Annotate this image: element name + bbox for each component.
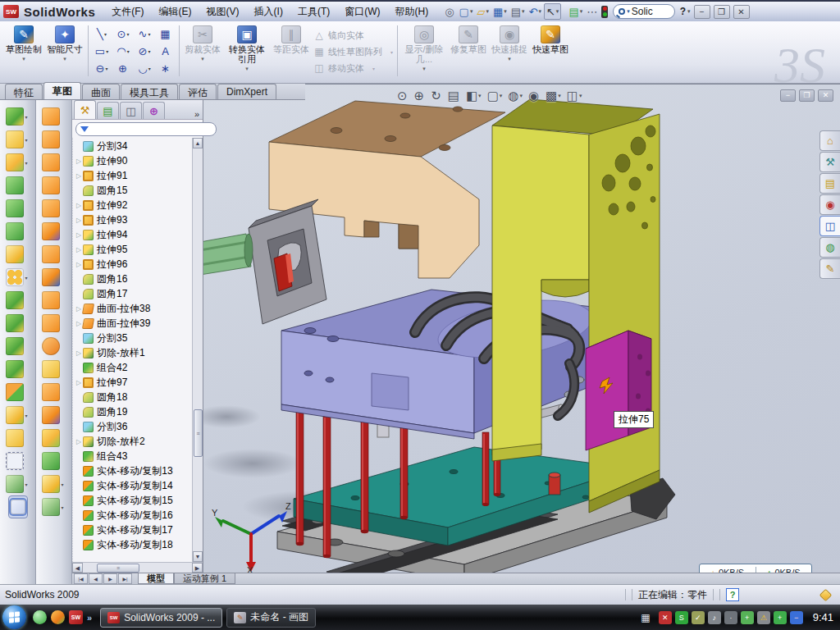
chevron-down-icon[interactable]: ▾ [127,48,130,54]
menu-item[interactable]: 视图(V) [200,2,246,21]
command-button[interactable]: ▦ 线性草图阵列 ▾ [312,43,395,60]
chevron-down-icon[interactable]: ▾ [62,504,66,510]
surface-tool-button[interactable] [42,289,66,312]
surface-tool-button[interactable]: ▾ [42,495,66,518]
model-canvas[interactable]: Y Z X [203,84,840,573]
view-tool-button[interactable]: ◫ ▾ [567,89,582,103]
study-tab[interactable]: 模型 [138,573,174,584]
tree-item[interactable]: ▷ 拉伸94 [75,227,192,242]
view-tool-button[interactable]: ↻ [431,89,442,103]
command-button[interactable]: ✎ 草图绘制 ▾ [3,24,44,64]
task-pane-tab[interactable]: ◉ [819,194,840,215]
sketch-tool-button[interactable]: ∿ ▾ [134,25,155,43]
feature-tool-button[interactable]: ▾ [6,151,30,174]
ribbon-tab[interactable]: DimXpert [217,84,276,99]
tray-icon[interactable]: ⚠ [757,611,770,624]
start-button[interactable] [2,605,26,629]
tree-item[interactable]: 圆角15 [75,183,192,198]
surface-tool-button[interactable] [42,381,66,404]
manager-tab[interactable]: ▤ [97,102,119,119]
menu-item[interactable]: 文件(F) [105,2,150,21]
part-cavity-insert[interactable] [249,199,326,324]
quick-tips-button[interactable]: ? [726,588,739,601]
feature-tool-button[interactable] [6,289,30,312]
chevron-down-icon[interactable]: ▾ [245,64,249,74]
study-nav-button[interactable]: ▶ [103,573,117,584]
view-tool-button[interactable]: ◉ [528,89,540,103]
feature-tool-button[interactable]: ▾ [6,472,30,495]
chevron-down-icon[interactable]: ▾ [148,31,150,37]
tree-item[interactable]: 分割36 [75,419,192,434]
doc-restore-button[interactable]: ❐ [799,89,815,102]
feature-tool-button[interactable] [6,174,30,197]
toolbar-button[interactable]: ▦ ▾ [491,3,509,20]
tray-icon[interactable]: S [675,611,688,624]
close-button[interactable]: ✕ [733,5,750,19]
quicklaunch-messenger-icon[interactable] [33,610,47,624]
minimize-button[interactable]: − [694,5,710,19]
feature-tool-button[interactable] [6,381,30,404]
toolbar-button[interactable]: ▤ ▾ [567,3,584,20]
ribbon-tab[interactable]: 特征 [5,84,43,99]
tree-item[interactable]: ▷ 拉伸93 [75,212,192,227]
command-button[interactable]: ◉ 快速捕捉 ▾ [489,24,530,74]
tree-item[interactable]: 分割35 [75,331,192,345]
chevron-down-icon[interactable]: ▾ [201,54,204,64]
chevron-down-icon[interactable]: ▾ [478,93,482,99]
menu-item[interactable]: 窗口(W) [338,2,386,21]
tree-item[interactable]: ▷ 拉伸95 [75,242,192,257]
tree-item[interactable]: ▷ 切除-放样2 [75,434,192,449]
view-tool-button[interactable]: ◍ ▾ [508,89,523,103]
manager-tab[interactable]: ⊕ [143,102,165,119]
toolbar-button[interactable]: ⋯ [585,3,600,20]
chevron-down-icon[interactable]: ▾ [25,137,30,143]
chevron-down-icon[interactable]: ▾ [687,8,691,15]
task-pane-tab[interactable]: ✎ [819,258,840,279]
doc-minimize-button[interactable]: − [780,89,796,102]
tree-item[interactable]: 组合42 [75,360,192,375]
menu-item[interactable]: 工具(T) [291,2,336,21]
expand-arrow-icon[interactable]: ▷ [75,349,83,357]
view-tool-button[interactable]: ▢ ▾ [487,89,503,103]
chevron-down-icon[interactable]: ▾ [422,64,426,74]
feature-tool-button[interactable] [6,220,30,243]
task-pane-tab[interactable]: ⚒ [819,152,840,172]
command-button[interactable]: ✎ 修复草图 [448,24,489,74]
sketch-tool-button[interactable]: ⊖ ▾ [91,60,112,77]
quicklaunch-more-chevron[interactable]: » [87,613,92,623]
chevron-down-icon[interactable]: ▾ [508,54,511,64]
chevron-down-icon[interactable]: ▾ [390,49,393,55]
restore-button[interactable]: ❐ [714,5,730,19]
expand-arrow-icon[interactable]: ▷ [75,261,83,268]
tray-icon[interactable]: ♪ [708,611,721,624]
command-button[interactable]: ◎ 显示/删除几... ▾ [400,24,448,74]
tray-icon[interactable]: ∙ [724,611,737,624]
tree-item[interactable]: 实体-移动/复制13 [75,463,192,478]
chevron-down-icon[interactable]: ▾ [63,54,66,64]
chevron-down-icon[interactable]: ▾ [25,114,30,120]
view-tool-button[interactable]: ⊕ [414,89,426,103]
surface-tool-button[interactable] [42,220,66,243]
tree-vertical-scrollbar[interactable]: ▲ ≡ ▼ [192,138,203,562]
menu-item[interactable]: 插入(I) [248,2,290,21]
quicklaunch-solidworks-icon[interactable]: SW [69,610,83,624]
chevron-down-icon[interactable]: ▾ [22,54,25,64]
chevron-down-icon[interactable]: ▾ [105,66,107,71]
chevron-down-icon[interactable]: ▾ [25,160,30,166]
chevron-down-icon[interactable]: ▾ [522,8,525,15]
study-nav-button[interactable]: ▶| [118,573,132,584]
ribbon-tab[interactable]: 草图 [43,82,81,99]
sketch-tool-button[interactable]: ⊕ [112,60,134,77]
chevron-down-icon[interactable]: ▾ [372,66,375,71]
tree-item[interactable]: ▷ 曲面-拉伸38 [75,301,192,316]
surface-tool-button[interactable] [42,358,66,381]
expand-arrow-icon[interactable]: ▷ [75,231,83,239]
surface-tool-button[interactable] [42,151,66,174]
doc-close-button[interactable]: ✕ [818,89,833,102]
chevron-down-icon[interactable]: ▾ [500,93,503,99]
tree-item[interactable]: ▷ 拉伸92 [75,198,192,212]
menu-item[interactable]: 编辑(E) [153,2,199,21]
sketch-tool-button[interactable]: ◡ ▾ [134,60,155,77]
toolbar-button[interactable]: ↶ ▾ [527,3,543,20]
task-pane-tab[interactable]: ▤ [819,173,840,194]
